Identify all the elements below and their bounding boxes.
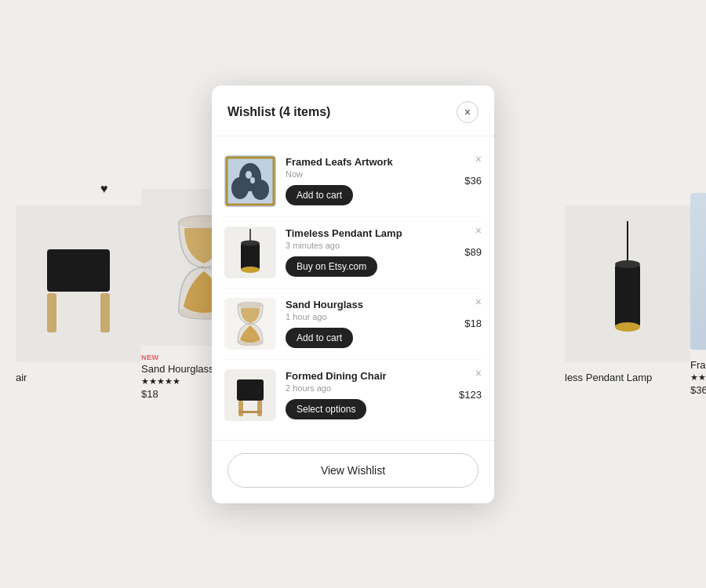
- svg-point-6: [202, 266, 204, 268]
- bg-card-lamp: less Pendant Lamp: [565, 205, 690, 383]
- item-1-price: $36: [457, 175, 482, 187]
- bg-lamp-name: less Pendant Lamp: [565, 372, 690, 383]
- svg-point-31: [241, 267, 260, 273]
- svg-rect-1: [47, 293, 56, 332]
- svg-rect-37: [238, 401, 243, 416]
- item-1-artwork-visual: [224, 155, 276, 207]
- wishlist-item-1: Framed Leafs Artwork Now Add to cart $36…: [224, 146, 482, 217]
- bg-artwork-visual: [690, 193, 706, 350]
- bg-chair-name: air: [16, 372, 141, 383]
- item-4-action-button[interactable]: Select options: [286, 399, 366, 419]
- view-wishlist-button[interactable]: View Wishlist: [227, 453, 479, 488]
- item-4-image: [224, 369, 276, 421]
- item-4-chair-visual: [224, 369, 276, 421]
- item-3-action-button[interactable]: Add to cart: [286, 328, 353, 348]
- svg-rect-2: [100, 293, 110, 332]
- item-2-price: $89: [457, 246, 482, 258]
- item-2-lamp-visual: [224, 227, 276, 278]
- modal-footer: View Wishlist: [212, 440, 494, 503]
- item-3-hourglass-visual: [224, 298, 276, 350]
- close-modal-button[interactable]: ×: [457, 101, 479, 123]
- item-3-name: Sand Hourglass: [286, 299, 457, 310]
- item-1-name: Framed Leafs Artwork: [286, 156, 457, 168]
- hourglass-heart-icon[interactable]: ♥: [100, 182, 108, 196]
- bg-card-chair: air: [16, 205, 141, 383]
- svg-rect-3: [47, 249, 110, 260]
- item-4-time: 2 hours ago: [286, 383, 451, 393]
- item-1-time: Now: [286, 169, 457, 179]
- item-4-price: $123: [451, 389, 482, 401]
- item-3-time: 1 hour ago: [286, 312, 457, 321]
- svg-rect-28: [227, 158, 274, 205]
- item-4-details: Formed Dining Chair 2 hours ago Select o…: [276, 370, 451, 419]
- item-3-remove-button[interactable]: ×: [475, 296, 482, 307]
- item-3-price: $18: [457, 318, 482, 329]
- svg-rect-30: [241, 243, 260, 270]
- bg-artwork-name: Framed Leafs Artu: [690, 359, 706, 371]
- svg-rect-9: [615, 264, 640, 327]
- item-1-details: Framed Leafs Artwork Now Add to cart: [276, 156, 457, 205]
- svg-rect-38: [257, 401, 262, 416]
- item-1-image: [224, 155, 276, 207]
- bg-lamp-info: less Pendant Lamp: [565, 370, 690, 383]
- svg-point-32: [241, 240, 260, 245]
- bg-card-artwork: ♥: [690, 193, 706, 396]
- item-3-details: Sand Hourglass 1 hour ago Add to cart: [276, 299, 457, 348]
- svg-point-10: [615, 322, 640, 332]
- item-2-name: Timeless Pendant Lamp: [286, 227, 457, 239]
- item-2-details: Timeless Pendant Lamp 3 minutes ago Buy …: [276, 227, 457, 277]
- bg-artwork-stars: ★★★★★: [690, 372, 706, 383]
- bg-lamp-image: [565, 205, 690, 362]
- item-4-remove-button[interactable]: ×: [475, 368, 482, 379]
- item-3-image: [224, 298, 276, 350]
- modal-body: Framed Leafs Artwork Now Add to cart $36…: [212, 136, 494, 440]
- bg-chair-info: air: [16, 370, 141, 383]
- bg-artwork-info: Framed Leafs Artu ★★★★★ $36: [690, 358, 706, 396]
- item-2-image: [224, 227, 276, 278]
- bg-artwork-price: $36: [690, 384, 706, 396]
- item-4-name: Formed Dining Chair: [286, 370, 451, 382]
- item-2-time: 3 minutes ago: [286, 241, 457, 250]
- item-1-remove-button[interactable]: ×: [475, 154, 482, 165]
- item-2-action-button[interactable]: Buy on Etsy.com: [286, 256, 377, 277]
- svg-rect-39: [238, 411, 262, 413]
- wishlist-item-2: Timeless Pendant Lamp 3 minutes ago Buy …: [224, 217, 482, 289]
- wishlist-item-4: Formed Dining Chair 2 hours ago Select o…: [224, 360, 482, 430]
- item-2-remove-button[interactable]: ×: [475, 225, 482, 236]
- item-1-action-button[interactable]: Add to cart: [286, 185, 353, 205]
- wishlist-item-3: Sand Hourglass 1 hour ago Add to cart $1…: [224, 289, 482, 360]
- wishlist-modal: Wishlist (4 items) ×: [212, 85, 494, 503]
- svg-rect-36: [237, 379, 264, 386]
- bg-artwork-image: [690, 193, 706, 350]
- bg-chair-image: [16, 205, 141, 362]
- modal-title: Wishlist (4 items): [227, 105, 330, 119]
- modal-header: Wishlist (4 items) ×: [212, 85, 494, 136]
- svg-point-7: [205, 268, 206, 270]
- svg-point-11: [615, 260, 640, 268]
